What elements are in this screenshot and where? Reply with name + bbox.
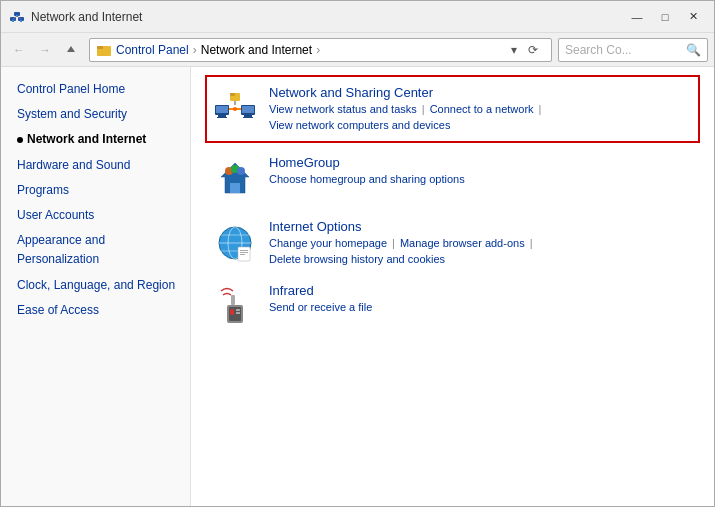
sidebar-item-programs[interactable]: Programs: [1, 178, 190, 203]
address-sep-2: ›: [316, 43, 320, 57]
title-bar: Network and Internet — □ ✕: [1, 1, 714, 33]
send-receive-file-link[interactable]: Send or receive a file: [269, 301, 372, 313]
internet-options-row[interactable]: Internet Options Change your homepage | …: [207, 211, 698, 275]
nav-bar: ← → Control Panel › Network and Internet…: [1, 33, 714, 67]
infrared-links: Send or receive a file: [269, 301, 694, 313]
svg-rect-43: [231, 295, 235, 305]
homegroup-icon: [211, 155, 259, 203]
svg-rect-37: [240, 254, 245, 255]
svg-rect-18: [242, 106, 254, 113]
content-panel: Network and Sharing Center View network …: [191, 67, 714, 506]
window-title: Network and Internet: [31, 10, 624, 24]
svg-rect-14: [216, 106, 228, 113]
internet-options-text: Internet Options Change your homepage | …: [269, 219, 694, 265]
network-sharing-center-title[interactable]: Network and Sharing Center: [269, 85, 694, 100]
internet-options-links: Change your homepage | Manage browser ad…: [269, 237, 694, 265]
connect-to-network-link[interactable]: Connect to a network: [430, 103, 534, 115]
active-indicator: Network and Internet: [17, 130, 178, 149]
infrared-title[interactable]: Infrared: [269, 283, 694, 298]
svg-marker-8: [67, 46, 75, 52]
sidebar-item-network-internet: Network and Internet: [1, 127, 190, 152]
infrared-icon: [211, 283, 259, 331]
internet-options-title[interactable]: Internet Options: [269, 219, 694, 234]
change-homepage-link[interactable]: Change your homepage: [269, 237, 387, 249]
svg-rect-17: [243, 117, 253, 118]
folder-icon: [96, 42, 112, 58]
svg-rect-16: [244, 115, 252, 117]
close-button[interactable]: ✕: [680, 7, 706, 27]
maximize-button[interactable]: □: [652, 7, 678, 27]
svg-rect-10: [97, 46, 103, 49]
svg-point-28: [237, 167, 245, 175]
sidebar-item-appearance-personalization[interactable]: Appearance and Personalization: [1, 228, 190, 272]
homegroup-links: Choose homegroup and sharing options: [269, 173, 694, 185]
svg-rect-42: [236, 312, 240, 314]
search-placeholder: Search Co...: [565, 43, 632, 57]
sidebar-item-system-security[interactable]: System and Security: [1, 102, 190, 127]
main-content: Control Panel Home System and Security N…: [1, 67, 714, 506]
address-dropdown-btn[interactable]: ▾: [511, 43, 517, 57]
forward-button[interactable]: →: [33, 38, 57, 62]
sidebar-item-clock-language-region[interactable]: Clock, Language, and Region: [1, 273, 190, 298]
svg-rect-40: [230, 309, 234, 315]
bullet-dot: [17, 137, 23, 143]
view-network-computers-link[interactable]: View network computers and devices: [269, 119, 450, 131]
svg-rect-36: [240, 252, 248, 253]
manage-addons-link[interactable]: Manage browser add-ons: [400, 237, 525, 249]
svg-rect-12: [218, 115, 226, 117]
homegroup-text: HomeGroup Choose homegroup and sharing o…: [269, 155, 694, 185]
svg-point-20: [233, 107, 237, 111]
svg-rect-3: [12, 20, 14, 22]
network-sharing-center-text: Network and Sharing Center View network …: [269, 85, 694, 131]
infrared-text: Infrared Send or receive a file: [269, 283, 694, 313]
delete-browsing-link[interactable]: Delete browsing history and cookies: [269, 253, 445, 265]
address-part-2: Network and Internet: [201, 43, 312, 57]
sidebar: Control Panel Home System and Security N…: [1, 67, 191, 506]
up-icon: [65, 44, 77, 56]
title-controls: — □ ✕: [624, 7, 706, 27]
view-network-status-link[interactable]: View network status and tasks: [269, 103, 417, 115]
svg-rect-4: [20, 20, 22, 22]
search-icon: 🔍: [686, 43, 701, 57]
refresh-button[interactable]: ⟳: [521, 38, 545, 62]
search-bar[interactable]: Search Co... 🔍: [558, 38, 708, 62]
homegroup-row[interactable]: HomeGroup Choose homegroup and sharing o…: [207, 147, 698, 211]
back-button[interactable]: ←: [7, 38, 31, 62]
address-part-1: Control Panel: [116, 43, 189, 57]
window-icon: [9, 9, 25, 25]
up-button[interactable]: [59, 38, 83, 62]
network-sharing-center-icon: [211, 85, 259, 133]
sidebar-item-ease-of-access[interactable]: Ease of Access: [1, 298, 190, 323]
svg-rect-41: [236, 309, 240, 311]
svg-rect-35: [240, 250, 248, 251]
infrared-row[interactable]: Infrared Send or receive a file: [207, 275, 698, 339]
address-sep-1: ›: [193, 43, 197, 57]
network-sharing-center-links: View network status and tasks | Connect …: [269, 103, 694, 131]
minimize-button[interactable]: —: [624, 7, 650, 27]
internet-options-icon: [211, 219, 259, 267]
network-sharing-center-row[interactable]: Network and Sharing Center View network …: [205, 75, 700, 143]
address-bar[interactable]: Control Panel › Network and Internet › ▾…: [89, 38, 552, 62]
homegroup-title[interactable]: HomeGroup: [269, 155, 694, 170]
svg-rect-13: [217, 117, 227, 118]
main-window: Network and Internet — □ ✕ ← → Control P…: [0, 0, 715, 507]
svg-rect-25: [230, 183, 240, 193]
sidebar-item-control-panel-home[interactable]: Control Panel Home: [1, 77, 190, 102]
sidebar-item-hardware-sound[interactable]: Hardware and Sound: [1, 153, 190, 178]
svg-rect-22: [230, 93, 235, 96]
choose-homegroup-link[interactable]: Choose homegroup and sharing options: [269, 173, 465, 185]
sidebar-item-user-accounts[interactable]: User Accounts: [1, 203, 190, 228]
